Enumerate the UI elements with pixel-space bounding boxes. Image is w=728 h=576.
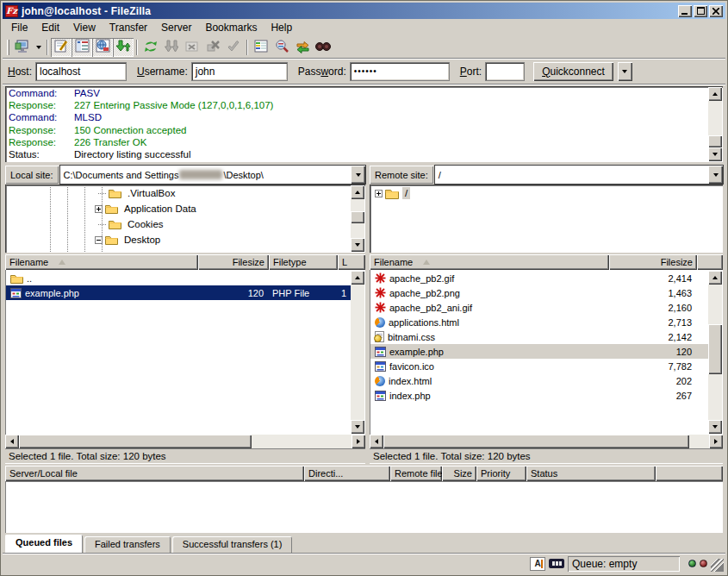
column-header-server-local-file[interactable]: Server/Local file — [5, 466, 304, 481]
file-row-example-php[interactable]: example.php 120 — [370, 344, 708, 359]
remote-site-combo[interactable]: / — [435, 166, 723, 184]
scrollbar-thumb[interactable] — [383, 435, 689, 448]
local-site-combo[interactable]: C:\Documents and Settings\Desktop\ — [60, 166, 365, 184]
toggle-transfer-queue-button[interactable] — [113, 38, 134, 57]
local-tree-scrollbar[interactable] — [351, 185, 364, 252]
username-input[interactable]: john — [192, 63, 287, 80]
file-row[interactable]: apache_pb2.gif 2,414 — [370, 271, 708, 285]
filter-button[interactable] — [251, 38, 271, 57]
column-header-filetype[interactable]: Filetype — [269, 254, 338, 270]
column-header-filename[interactable]: Filename — [5, 254, 198, 270]
file-row-example-php[interactable]: example.php 120 PHP File 1 — [6, 285, 351, 300]
tree-item-desktop[interactable]: Desktop — [6, 232, 351, 247]
site-manager-button[interactable] — [12, 38, 33, 57]
ascii-transfer-type-icon[interactable]: A — [530, 557, 545, 571]
password-input[interactable]: •••••• — [351, 63, 449, 80]
speed-limit-icon[interactable] — [549, 559, 564, 568]
maximize-button[interactable] — [694, 5, 707, 17]
file-row-parent-dir[interactable]: .. — [6, 271, 351, 285]
scroll-right-button[interactable] — [352, 435, 365, 448]
tree-collapse-icon[interactable] — [95, 236, 103, 244]
menu-bookmarks[interactable]: Bookmarks — [198, 20, 264, 35]
tree-item-cookies[interactable]: Cookies — [6, 216, 351, 232]
remote-site-dropdown[interactable] — [708, 166, 723, 184]
remote-file-list[interactable]: apache_pb2.gif 2,414 apache_pb2.png 1,46… — [370, 270, 723, 435]
host-input[interactable]: localhost — [36, 63, 126, 80]
column-header-status[interactable]: Status — [526, 466, 656, 481]
scroll-down-button[interactable] — [351, 238, 364, 252]
scroll-right-button[interactable] — [709, 435, 723, 448]
close-button[interactable] — [709, 5, 723, 17]
scroll-up-button[interactable] — [351, 185, 364, 199]
scrollbar-thumb[interactable] — [708, 324, 722, 374]
refresh-button[interactable] — [140, 38, 161, 57]
local-site-dropdown[interactable] — [351, 166, 365, 184]
find-files-button[interactable] — [313, 38, 333, 57]
remote-list-scrollbar[interactable] — [708, 271, 722, 434]
column-header-filename[interactable]: Filename — [370, 254, 609, 270]
file-row[interactable]: favicon.ico 7,782 — [370, 359, 708, 373]
column-header-priority[interactable]: Priority — [476, 466, 526, 481]
column-header-filesize[interactable]: Filesize — [198, 254, 269, 270]
file-row[interactable]: apache_pb2_ani.gif 2,160 — [370, 300, 708, 315]
tree-expand-icon[interactable] — [375, 190, 383, 197]
site-manager-dropdown[interactable] — [33, 38, 44, 57]
scroll-up-button[interactable] — [708, 271, 722, 285]
file-row[interactable]: apache_pb2.png 1,463 — [370, 285, 708, 300]
tree-item-application-data[interactable]: Application Data — [6, 201, 351, 216]
file-row[interactable]: bitnami.css 2,142 — [370, 329, 708, 344]
column-header-remote-file[interactable]: Remote file — [390, 466, 442, 481]
scroll-down-button[interactable] — [351, 420, 364, 434]
scrollbar-thumb[interactable] — [708, 135, 722, 147]
log-vertical-scrollbar[interactable] — [708, 87, 722, 161]
scroll-left-button[interactable] — [370, 435, 383, 448]
menu-transfer[interactable]: Transfer — [103, 20, 154, 35]
synchronized-browsing-button[interactable] — [292, 38, 313, 57]
cancel-operation-button[interactable] — [182, 38, 202, 57]
tree-item-virtualbox[interactable]: .VirtualBox — [6, 185, 351, 201]
column-header-direction[interactable]: Directi... — [304, 466, 390, 481]
scroll-up-button[interactable] — [351, 271, 364, 285]
quickconnect-dropdown[interactable] — [618, 62, 632, 81]
toggle-remote-tree-button[interactable] — [92, 38, 113, 57]
toggle-local-tree-button[interactable] — [72, 38, 92, 57]
scroll-left-button[interactable] — [5, 435, 19, 448]
menu-help[interactable]: Help — [264, 20, 299, 35]
scroll-down-button[interactable] — [708, 420, 722, 434]
reconnect-button[interactable] — [223, 38, 244, 57]
menu-view[interactable]: View — [66, 20, 103, 35]
local-file-list[interactable]: .. example.php 120 PHP File 1 — [5, 270, 365, 435]
column-header-last-modified[interactable]: L — [338, 254, 365, 270]
tab-failed-transfers[interactable]: Failed transfers — [84, 536, 171, 553]
disconnect-button[interactable] — [202, 38, 223, 57]
tree-item-root[interactable]: / — [370, 185, 708, 201]
file-row[interactable]: applications.html 2,713 — [370, 315, 708, 329]
minimize-button[interactable] — [678, 5, 692, 17]
remote-directory-tree[interactable]: / — [370, 185, 723, 253]
tab-queued-files[interactable]: Queued files — [5, 535, 83, 553]
tree-expand-icon[interactable] — [95, 205, 103, 213]
window-resize-grip[interactable] — [711, 559, 724, 572]
column-header-filesize[interactable]: Filesize — [609, 254, 697, 270]
local-directory-tree[interactable]: .VirtualBox Application Data Cookies — [5, 185, 365, 253]
file-row[interactable]: index.php 267 — [370, 388, 708, 403]
scrollbar-thumb[interactable] — [19, 435, 252, 448]
scroll-up-button[interactable] — [708, 87, 722, 101]
tab-successful-transfers[interactable]: Successful transfers (1) — [172, 536, 293, 553]
menu-server[interactable]: Server — [154, 20, 198, 35]
column-header-size[interactable]: Size — [442, 466, 476, 481]
local-horizontal-scrollbar[interactable] — [5, 435, 365, 448]
scrollbar-thumb[interactable] — [351, 211, 364, 223]
port-input[interactable] — [486, 63, 524, 80]
toolbar-grip[interactable] — [7, 40, 9, 55]
remote-horizontal-scrollbar[interactable] — [370, 435, 723, 448]
queue-list[interactable] — [5, 481, 723, 533]
scroll-down-button[interactable] — [708, 147, 722, 161]
message-log[interactable]: Command:PASV Response:227 Entering Passi… — [5, 86, 723, 162]
compare-directories-button[interactable] — [271, 38, 292, 57]
menu-file[interactable]: File — [4, 20, 34, 35]
quickconnect-button[interactable]: Quickconnect — [533, 62, 613, 81]
toggle-message-log-button[interactable] — [51, 38, 72, 57]
local-list-scrollbar[interactable] — [351, 271, 364, 434]
file-row[interactable]: index.html 202 — [370, 373, 708, 388]
